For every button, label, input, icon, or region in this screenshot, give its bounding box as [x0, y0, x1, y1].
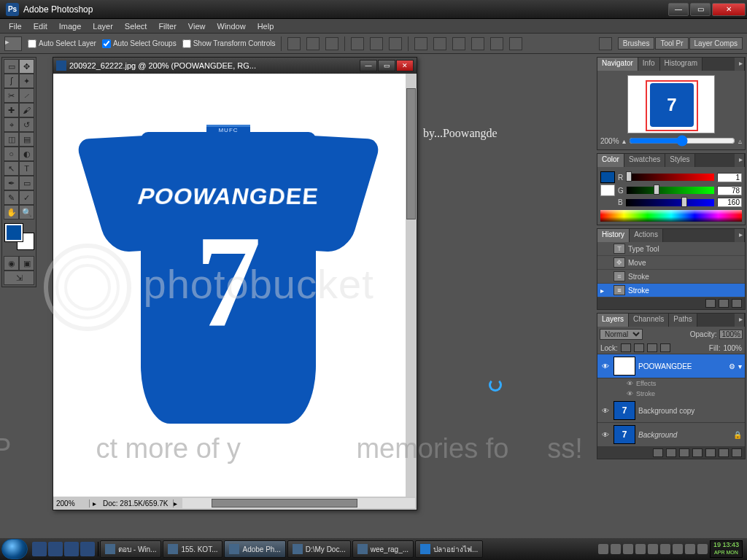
gradient-tool-icon[interactable]: ▤: [19, 132, 34, 147]
fx-icon[interactable]: [666, 448, 676, 457]
menu-edit[interactable]: Edit: [28, 20, 53, 32]
align-icon[interactable]: [370, 37, 383, 50]
hand-tool-icon[interactable]: ✋: [4, 205, 19, 219]
menu-select[interactable]: Select: [119, 20, 153, 32]
fill-field[interactable]: 100%: [723, 344, 742, 352]
wand-tool-icon[interactable]: ✦: [19, 74, 34, 88]
menu-window[interactable]: Window: [212, 20, 252, 32]
tray-icon[interactable]: [660, 544, 670, 554]
color-swatches[interactable]: [4, 222, 36, 252]
tray-icon[interactable]: [623, 544, 633, 554]
blur-tool-icon[interactable]: ○: [4, 147, 19, 161]
trash-icon[interactable]: [732, 299, 742, 308]
align-icon[interactable]: [351, 37, 364, 50]
b-slider[interactable]: [626, 199, 714, 206]
task-button[interactable]: ตอบ - Win...: [100, 540, 161, 558]
tab-swatches[interactable]: Swatches: [624, 154, 665, 167]
stamp-tool-icon[interactable]: ⌖: [4, 117, 19, 132]
menu-view[interactable]: View: [182, 20, 212, 32]
distribute-icon[interactable]: [490, 37, 503, 50]
marquee-tool-icon[interactable]: ▭: [4, 59, 19, 74]
tab-actions[interactable]: Actions: [630, 229, 663, 242]
menu-image[interactable]: Image: [53, 20, 88, 32]
distribute-icon[interactable]: [433, 37, 446, 50]
distribute-icon[interactable]: [509, 37, 522, 50]
opt-auto-select-layer[interactable]: Auto Select Layer: [28, 39, 96, 48]
tab-color[interactable]: Color: [597, 154, 624, 167]
lock-trans-icon[interactable]: [621, 343, 631, 352]
panel-menu-icon[interactable]: ▸: [735, 154, 745, 167]
vertical-scrollbar[interactable]: [406, 74, 417, 497]
lock-all-icon[interactable]: [660, 343, 670, 352]
doc-max-button[interactable]: ▭: [378, 60, 395, 71]
task-button[interactable]: 155. KOT...: [163, 540, 222, 558]
workspace-icon[interactable]: [599, 37, 612, 50]
eyedropper-tool-icon[interactable]: ✓: [19, 190, 34, 205]
layer-row[interactable]: 👁 T POOWANGDEE ⚙▾: [597, 354, 745, 378]
notes-tool-icon[interactable]: ✎: [4, 190, 19, 205]
clock[interactable]: 19 13:43 APR MON: [710, 540, 743, 558]
ql-msn-icon[interactable]: [64, 542, 79, 556]
visibility-icon[interactable]: 👁: [600, 431, 611, 439]
layer-effect[interactable]: 👁Stroke: [597, 389, 745, 399]
path-tool-icon[interactable]: ↖: [4, 161, 19, 176]
layer-row[interactable]: 👁 7 Background copy: [597, 399, 745, 423]
tab-styles[interactable]: Styles: [665, 154, 694, 167]
history-item[interactable]: TType Tool: [597, 242, 745, 256]
layer-row[interactable]: 👁 7 Background 🔒: [597, 423, 745, 447]
fg-color[interactable]: [5, 224, 23, 241]
zoom-slider[interactable]: [629, 135, 735, 147]
panel-menu-icon[interactable]: ▸: [735, 314, 745, 327]
zoom-tool-icon[interactable]: 🔍: [19, 205, 34, 219]
link-icon[interactable]: [653, 448, 663, 457]
distribute-icon[interactable]: [452, 37, 465, 50]
tray-icon[interactable]: [685, 544, 695, 554]
task-button[interactable]: ปลาอย่างไฟ...: [415, 540, 483, 558]
eraser-tool-icon[interactable]: ◫: [4, 132, 19, 147]
color-swatch-bg[interactable]: [600, 184, 615, 196]
crop-tool-icon[interactable]: ✂: [4, 88, 19, 103]
nav-zoom[interactable]: 200%: [600, 137, 619, 145]
history-brush-icon[interactable]: ↺: [19, 117, 34, 132]
canvas[interactable]: MUFC POOWANGDEE 7: [53, 74, 406, 497]
menu-help[interactable]: Help: [252, 20, 280, 32]
panel-menu-icon[interactable]: ▸: [735, 58, 745, 71]
opacity-field[interactable]: 100%: [719, 330, 743, 339]
task-button[interactable]: D:\My Doc...: [287, 540, 351, 558]
lock-move-icon[interactable]: [647, 343, 657, 352]
align-icon[interactable]: [325, 37, 338, 50]
g-value[interactable]: 78: [717, 186, 742, 195]
trash-icon[interactable]: [732, 448, 742, 457]
opt-show-transform[interactable]: Show Transform Controls: [182, 39, 276, 48]
tray-icon[interactable]: [635, 544, 646, 554]
maximize-button[interactable]: ▭: [690, 3, 711, 16]
ql-desktop-icon[interactable]: [80, 542, 95, 556]
menu-layer[interactable]: Layer: [87, 20, 119, 32]
tab-info[interactable]: Info: [638, 58, 660, 71]
start-button[interactable]: [1, 539, 28, 559]
history-item[interactable]: ▸≡Stroke: [597, 284, 745, 298]
b-value[interactable]: 160: [717, 198, 742, 207]
ql-ie-icon[interactable]: [32, 542, 47, 556]
zoom-field[interactable]: 200%: [53, 499, 90, 508]
blend-mode-select[interactable]: Normal: [600, 329, 643, 340]
tab-layers[interactable]: Layers: [597, 314, 629, 327]
heal-tool-icon[interactable]: ✚: [4, 103, 19, 117]
tray-icon[interactable]: [697, 544, 708, 554]
color-swatch[interactable]: [600, 171, 615, 183]
zoom-in-icon[interactable]: ▵: [738, 137, 742, 145]
task-button[interactable]: wee_rag_...: [352, 540, 414, 558]
pen-tool-icon[interactable]: ✒: [4, 176, 19, 190]
task-button[interactable]: Adobe Ph...: [224, 540, 285, 558]
lasso-tool-icon[interactable]: ʃ: [4, 74, 19, 88]
group-icon[interactable]: [705, 448, 716, 457]
align-icon[interactable]: [306, 37, 320, 50]
type-tool-icon[interactable]: T: [19, 161, 34, 176]
palette-tab-brushes[interactable]: Brushes: [618, 37, 655, 50]
screenmode-icon[interactable]: ▣: [19, 256, 34, 271]
new-layer-icon[interactable]: [719, 448, 729, 457]
brush-tool-icon[interactable]: 🖌: [19, 103, 34, 117]
close-button[interactable]: ✕: [712, 3, 746, 16]
r-value[interactable]: 1: [717, 173, 742, 182]
distribute-icon[interactable]: [414, 37, 427, 50]
